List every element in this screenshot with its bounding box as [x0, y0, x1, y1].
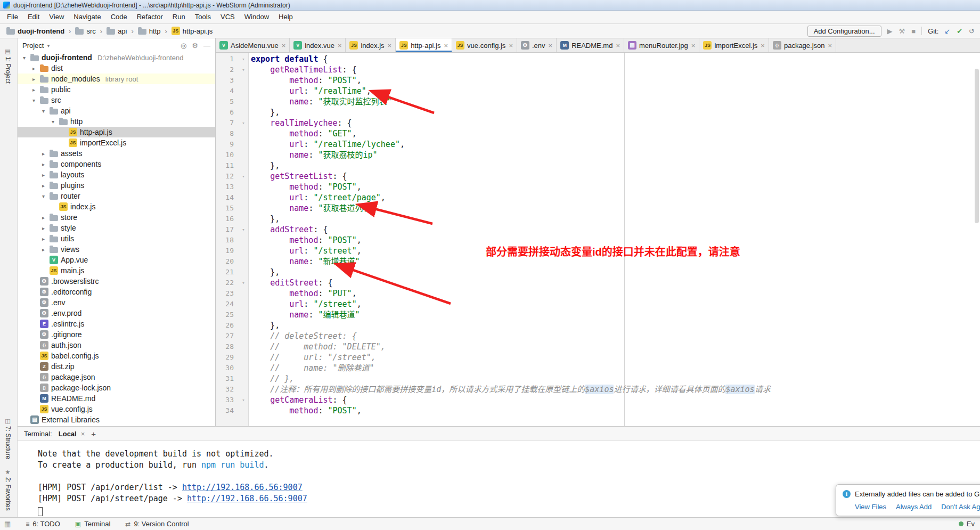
tab-close-icon[interactable]: ×	[388, 42, 392, 50]
tab-http-api-js[interactable]: JShttp-api.js×	[396, 38, 452, 52]
tree-item-browserslistrc[interactable]: ⚙.browserslistrc	[18, 276, 215, 287]
tab-close-icon[interactable]: ×	[828, 42, 832, 50]
tree-item-plugins[interactable]: ▸plugins	[18, 180, 215, 191]
tab-vue-config-js[interactable]: JSvue.config.js×	[452, 38, 517, 52]
chevron-right-icon[interactable]: ▸	[40, 225, 47, 231]
breadcrumb-item-src[interactable]: src	[74, 27, 96, 35]
chevron-right-icon[interactable]: ▸	[40, 247, 47, 252]
tree-item-index-js[interactable]: JSindex.js	[18, 201, 215, 212]
tree-item-dist-zip[interactable]: Zdist.zip	[18, 361, 215, 372]
tree-item-env-prod[interactable]: ⚙.env.prod	[18, 308, 215, 319]
hide-icon[interactable]: —	[203, 42, 210, 50]
fold-icon[interactable]: ▾	[237, 118, 250, 128]
status-9-version-control[interactable]: ⇄9: Version Control	[125, 520, 189, 528]
new-terminal-button[interactable]: +	[91, 429, 96, 438]
tab-close-icon[interactable]: ×	[761, 42, 765, 50]
status-6-todo[interactable]: ≡6: TODO	[26, 520, 60, 528]
editor-scrollbar[interactable]	[975, 69, 979, 223]
close-icon[interactable]: ×	[81, 430, 85, 438]
notification-action-view-files[interactable]: View Files	[855, 503, 886, 511]
tree-item-readme-md[interactable]: MREADME.md	[18, 393, 215, 404]
tree-item-public[interactable]: ▸public	[18, 84, 215, 95]
tree-item-vue-config-js[interactable]: JSvue.config.js	[18, 404, 215, 414]
tree-item-style[interactable]: ▸style	[18, 223, 215, 233]
tree-item-importexcel-js[interactable]: JSimportExcel.js	[18, 137, 215, 148]
tree-item-router[interactable]: ▾router	[18, 191, 215, 201]
breadcrumb-item-duoji-frontend[interactable]: duoji-frontend	[5, 27, 66, 35]
locate-icon[interactable]: ◎	[181, 42, 186, 50]
fold-icon[interactable]: ▾	[237, 64, 250, 75]
tree-item-package-lock-json[interactable]: {}package-lock.json	[18, 382, 215, 393]
code-editor[interactable]: 1▾export default {2▾ getRealTimeList: {3…	[216, 53, 980, 426]
chevron-down-icon[interactable]: ▾	[50, 119, 56, 125]
menu-code[interactable]: Code	[106, 11, 132, 23]
tree-item-env[interactable]: ⚙.env	[18, 297, 215, 308]
menu-vcs[interactable]: VCS	[216, 11, 240, 23]
chevron-right-icon[interactable]: ▸	[40, 215, 47, 221]
tree-item-views[interactable]: ▸views	[18, 244, 215, 255]
commit-icon[interactable]: ✔	[957, 27, 962, 35]
chevron-right-icon[interactable]: ▸	[40, 161, 47, 167]
tab-close-icon[interactable]: ×	[282, 42, 286, 50]
menu-view[interactable]: View	[44, 11, 69, 23]
tool-window-switcher-icon[interactable]: ▦	[4, 520, 11, 528]
tree-item-src[interactable]: ▾src	[18, 95, 215, 105]
tree-item-editorconfig[interactable]: ⚙.editorconfig	[18, 287, 215, 297]
history-icon[interactable]: ↺	[969, 27, 975, 35]
fold-icon[interactable]: ▾	[237, 54, 250, 64]
chevron-right-icon[interactable]: ▸	[30, 66, 37, 71]
chevron-right-icon[interactable]: ▸	[40, 183, 47, 189]
chevron-right-icon[interactable]: ▸	[40, 236, 47, 242]
tab-close-icon[interactable]: ×	[549, 42, 553, 50]
tree-item-http[interactable]: ▾http	[18, 116, 215, 127]
tab-package-json[interactable]: {}package.json×	[769, 38, 836, 52]
tool-stripe-project[interactable]: ▤ 1: Project	[4, 48, 12, 84]
tab-close-icon[interactable]: ×	[338, 42, 342, 50]
chevron-down-icon[interactable]: ▾	[40, 193, 47, 199]
terminal-tab-local[interactable]: Local ×	[59, 430, 85, 438]
tab-readme-md[interactable]: MREADME.md×	[557, 38, 624, 52]
tree-item-external-libraries[interactable]: ▤External Libraries	[18, 414, 215, 425]
tree-item-components[interactable]: ▸components	[18, 159, 215, 169]
fold-icon[interactable]: ▾	[237, 171, 250, 182]
breadcrumb-item-http[interactable]: http	[137, 27, 162, 35]
menu-help[interactable]: Help	[274, 11, 298, 23]
tool-stripe-favorites[interactable]: ★ 2: Favorites	[4, 469, 12, 511]
tree-item-app-vue[interactable]: VApp.vue	[18, 255, 215, 265]
add-configuration-button[interactable]: Add Configuration...	[807, 26, 881, 37]
tab-menurouter-jpg[interactable]: ▨menuRouter.jpg×	[624, 38, 699, 52]
chevron-right-icon[interactable]: ▸	[40, 151, 47, 157]
tree-item-layouts[interactable]: ▸layouts	[18, 169, 215, 180]
tree-item-gitignore[interactable]: ⚙.gitignore	[18, 329, 215, 340]
build-icon[interactable]: ⚒	[899, 27, 905, 35]
menu-navigate[interactable]: Navigate	[69, 11, 105, 23]
status-terminal[interactable]: ▣Terminal	[75, 520, 110, 528]
tree-item-api[interactable]: ▾api	[18, 105, 215, 116]
update-project-icon[interactable]: ↙	[944, 27, 950, 35]
tab-index-js[interactable]: JSindex.js×	[346, 38, 396, 52]
tree-item-duoji-frontend[interactable]: ▾duoji-frontendD:\zheheWeb\duoji-fronten…	[18, 52, 215, 63]
fold-icon[interactable]: ▾	[237, 395, 250, 405]
tab-close-icon[interactable]: ×	[616, 42, 620, 50]
tab-close-icon[interactable]: ×	[691, 42, 696, 50]
menu-edit[interactable]: Edit	[23, 11, 44, 23]
menu-tools[interactable]: Tools	[190, 11, 216, 23]
tree-item-http-api-js[interactable]: JShttp-api.js	[18, 127, 215, 137]
tree-item-node-modules[interactable]: ▸node_moduleslibrary root	[18, 74, 215, 84]
tab-importexcel-js[interactable]: JSimportExcel.js×	[699, 38, 769, 52]
menu-window[interactable]: Window	[240, 11, 274, 23]
menu-file[interactable]: File	[2, 11, 23, 23]
chevron-down-icon[interactable]: ▾	[21, 55, 28, 61]
tree-item-dist[interactable]: ▸dist	[18, 63, 215, 74]
terminal-link[interactable]: http://192.168.66.56:9007	[182, 483, 303, 492]
tree-item-babel-config-js[interactable]: JSbabel.config.js	[18, 350, 215, 361]
tab-index-vue[interactable]: Vindex.vue×	[290, 38, 346, 52]
chevron-right-icon[interactable]: ▸	[30, 76, 37, 82]
chevron-right-icon[interactable]: ▸	[30, 87, 37, 93]
chevron-down-icon[interactable]: ▾	[30, 97, 37, 103]
tab-close-icon[interactable]: ×	[509, 42, 513, 50]
tree-item-store[interactable]: ▸store	[18, 212, 215, 223]
tree-item-package-json[interactable]: {}package.json	[18, 372, 215, 382]
terminal-link[interactable]: http://192.168.66.56:9007	[187, 494, 307, 503]
run-icon[interactable]: ▶	[887, 27, 893, 35]
